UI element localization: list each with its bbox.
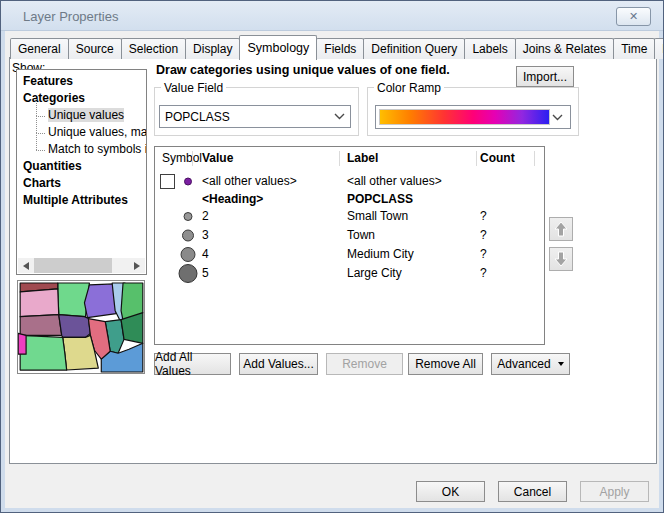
point-symbol-icon [178,226,198,245]
row-label: Medium City [347,245,414,264]
point-symbol-icon [178,264,198,283]
map-preview-image [18,281,144,373]
dropdown-arrow-icon [558,362,564,366]
row-count: ? [480,264,487,283]
table-row-3[interactable]: 3 Town ? [155,226,544,245]
point-symbol-icon [178,245,198,264]
row-label: Large City [347,264,402,283]
tree-item-features[interactable]: Features [17,73,146,90]
tree-horizontal-scrollbar[interactable] [18,258,145,273]
color-ramp-label: Color Ramp [374,81,444,95]
add-values-label: Add Values... [243,357,314,371]
row-label: <all other values> [347,172,442,191]
row-count: ? [480,226,487,245]
scroll-right-icon[interactable] [129,258,145,273]
row-value: 3 [202,226,209,245]
arrow-up-icon [554,221,568,237]
row-count: ? [480,207,487,226]
ok-button[interactable]: OK [416,481,485,502]
remove-all-button[interactable]: Remove All [408,353,483,375]
advanced-button[interactable]: Advanced [491,353,570,375]
row-label: Town [347,226,375,245]
row-label: Small Town [347,207,408,226]
scroll-left-icon[interactable] [18,258,34,273]
arrow-down-icon [554,251,568,267]
tab-general[interactable]: General [10,38,69,59]
import-button-label: Import... [523,70,567,84]
import-button[interactable]: Import... [516,66,574,87]
column-header-count[interactable]: Count [480,150,515,166]
value-field-dropdown[interactable]: POPCLASS [159,105,351,128]
color-ramp-dropdown[interactable] [375,105,571,129]
table-row-5[interactable]: 5 Large City ? [155,264,544,283]
table-row-2[interactable]: 2 Small Town ? [155,207,544,226]
tree-item-quantities[interactable]: Quantities [17,158,146,175]
close-button[interactable]: ✕ [616,7,651,26]
tab-time[interactable]: Time [613,38,655,59]
tab-html-popup[interactable]: HTML Popup [654,38,664,59]
move-down-button[interactable] [549,247,573,271]
titlebar: Layer Properties ✕ [1,1,663,31]
value-field-label: Value Field [161,81,226,95]
ok-label: OK [442,485,459,499]
point-symbol-icon [178,172,198,191]
remove-button[interactable]: Remove [326,353,403,375]
map-preview [17,280,145,374]
advanced-label: Advanced [497,357,550,371]
chevron-down-icon [552,114,563,121]
chevron-down-icon [334,113,345,120]
all-other-values-checkbox[interactable] [160,174,175,189]
dialog-title: Layer Properties [23,9,118,24]
column-header-label[interactable]: Label [347,150,378,166]
tab-labels[interactable]: Labels [464,38,515,59]
cancel-label: Cancel [514,485,551,499]
categories-table: Symbol Value Label Count <all other valu… [154,146,545,345]
row-count: ? [480,245,487,264]
tab-symbology[interactable]: Symbology [239,35,317,60]
row-value: 2 [202,207,209,226]
tree-item-charts[interactable]: Charts [17,175,146,192]
cancel-button[interactable]: Cancel [498,481,567,502]
tree-item-multiple-attributes[interactable]: Multiple Attributes [17,192,146,209]
add-all-values-label: Add All Values [155,350,230,378]
tab-display[interactable]: Display [185,38,240,59]
tab-strip: General Source Selection Display Symbolo… [10,35,664,59]
tab-selection[interactable]: Selection [121,38,186,59]
layer-properties-dialog: Layer Properties ✕ General Source Select… [0,0,664,513]
table-row-all-other-values[interactable]: <all other values> <all other values> [155,172,544,191]
value-field-selected: POPCLASS [165,110,230,124]
tab-fields[interactable]: Fields [316,38,364,59]
column-header-value[interactable]: Value [202,150,233,166]
row-value: <all other values> [202,172,297,191]
column-header-symbol[interactable]: Symbol [162,150,202,166]
tab-joins-relates[interactable]: Joins & Relates [515,38,614,59]
scrollbar-thumb[interactable] [34,258,112,273]
tab-definition-query[interactable]: Definition Query [363,38,465,59]
color-ramp-gradient [379,109,550,125]
point-symbol-icon [178,207,198,226]
row-value: 4 [202,245,209,264]
table-row-4[interactable]: 4 Medium City ? [155,245,544,264]
apply-label: Apply [599,485,629,499]
close-icon: ✕ [629,10,638,23]
symbology-method-tree: Features Categories Unique values Unique… [16,69,147,275]
remove-all-label: Remove All [415,357,476,371]
row-value: 5 [202,264,209,283]
tab-source[interactable]: Source [68,38,122,59]
method-description: Draw categories using unique values of o… [156,63,516,77]
apply-button[interactable]: Apply [580,481,649,502]
move-up-button[interactable] [549,217,573,241]
remove-label: Remove [342,357,387,371]
add-all-values-button[interactable]: Add All Values [154,353,231,375]
tree-item-match-symbols[interactable]: Match to symbols in a [17,141,146,158]
add-values-button[interactable]: Add Values... [239,353,318,375]
